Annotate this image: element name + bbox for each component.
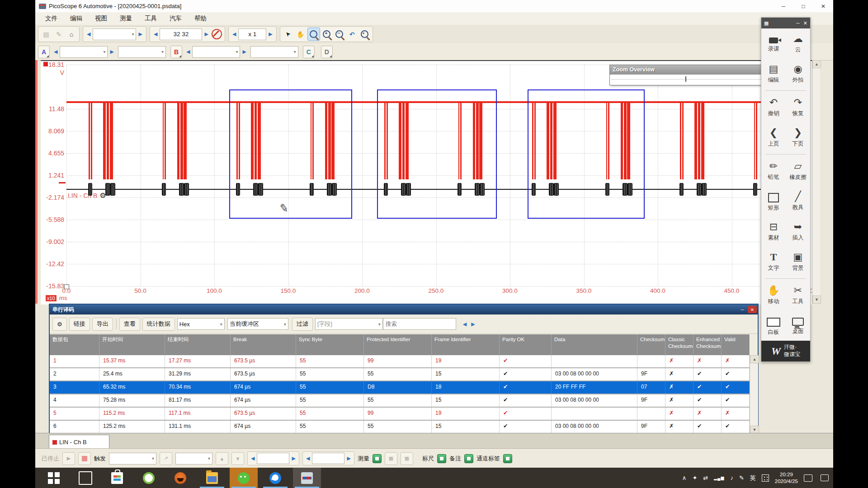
column-header[interactable]: Checksum [637, 334, 665, 355]
timebase-prev-icon[interactable]: ◀ [151, 31, 160, 37]
search-next-icon[interactable]: ▶ [469, 321, 477, 327]
palette-item-undo[interactable]: ↶撤销 [761, 92, 786, 122]
scroll-down-icon[interactable]: ▼ [812, 296, 821, 304]
channel-d-button[interactable]: D [321, 46, 333, 58]
scroll-up-icon[interactable]: ▲ [812, 60, 821, 68]
buffer-prev-icon[interactable]: ◀ [85, 31, 93, 37]
ime-icon[interactable] [762, 474, 769, 482]
open-file-button[interactable]: ▤ [40, 28, 52, 40]
table-row[interactable]: 5115.2 ms117.1 ms673.5 µs559919✔✗✗✗ [50, 408, 750, 421]
palette-item-drawer[interactable]: ⊟素材 [761, 216, 786, 247]
palette-item-eraser[interactable]: ▱橡皮擦 [786, 156, 810, 186]
channel-b-next-icon[interactable]: ▶ [240, 49, 248, 55]
undo-zoom-icon[interactable]: ↶ [346, 28, 358, 40]
column-header[interactable]: Frame Identifier [432, 334, 500, 355]
add-measure-icon[interactable] [373, 454, 382, 463]
palette-item-ruler[interactable]: ╱教具 [786, 186, 810, 216]
channel-a-coupling-select[interactable]: ▾ [118, 46, 166, 58]
palette-item-film[interactable]: ▤编辑 [761, 59, 786, 89]
taskbar-app-start[interactable] [40, 468, 68, 488]
palette-close-icon[interactable]: ✕ [803, 20, 807, 26]
column-header[interactable]: Enhanced Checksum [693, 334, 722, 355]
pen-icon[interactable]: ✎ [739, 474, 744, 481]
palette-minimize-icon[interactable]: ─ [796, 20, 800, 26]
run-button[interactable]: ▶ [62, 452, 75, 465]
touch-keyboard-icon[interactable] [804, 474, 812, 482]
table-row[interactable]: 475.28 ms81.17 ms674 µs555515✔03 00 08 0… [50, 394, 750, 408]
pan-hand-icon[interactable]: ✋ [295, 28, 307, 40]
spin-left-icon[interactable]: ◀ [304, 455, 312, 461]
channel-a-range-select[interactable]: ▾ [60, 46, 108, 58]
tray-expand-icon[interactable]: ∧ [682, 474, 687, 481]
menu-item-3[interactable]: 视图 [89, 12, 113, 25]
palette-item-redo[interactable]: ↷恢复 [786, 92, 810, 122]
pointer-tool-icon[interactable]: ➤ [282, 28, 294, 40]
delete-measure-icon[interactable]: ▦ [401, 452, 413, 465]
link-button[interactable]: 链接 [69, 318, 90, 331]
menu-item-4[interactable]: 测量 [113, 12, 138, 25]
zoom-in-icon[interactable]: + [321, 28, 333, 40]
column-header[interactable]: Sync Byte [296, 334, 364, 355]
table-scrollbar[interactable]: ▲ ▼ [750, 355, 758, 434]
decode-settings-button[interactable]: ⚙ [52, 318, 67, 331]
network-icon[interactable]: ▂▄▆ [714, 476, 724, 480]
stats-button[interactable]: 统计数据 [142, 318, 175, 331]
stopwatch-icon[interactable] [211, 28, 223, 40]
taskbar-app-wechat[interactable] [230, 468, 258, 488]
palette-item-whiteboard[interactable]: 白板 [761, 310, 786, 341]
ruler-icon[interactable] [437, 454, 446, 463]
menu-item-7[interactable]: 帮助 [188, 12, 213, 25]
column-header[interactable]: Protected Identifier [364, 334, 432, 355]
search-input[interactable] [383, 318, 456, 330]
taskbar-app-picoscope[interactable] [293, 468, 321, 488]
volume-icon[interactable]: ♪ [730, 474, 733, 481]
palette-item-text[interactable]: T文字 [761, 247, 786, 277]
palette-item-camera[interactable]: 录课 [761, 28, 786, 59]
taskbar-app-task-view[interactable] [71, 468, 99, 488]
palette-item-background[interactable]: ▣背景 [786, 247, 810, 277]
table-row[interactable]: 6125.2 ms131.1 ms674 µs555515✔03 00 08 0… [50, 421, 750, 434]
palette-item-cloud[interactable]: ☁云 [786, 28, 810, 59]
palette-item-insert[interactable]: ➥插入 [786, 216, 810, 247]
export-button[interactable]: 导出 [92, 318, 113, 331]
palette-item-hand[interactable]: ✋移动 [761, 280, 786, 310]
home-button[interactable]: ⌂ [66, 28, 77, 40]
taskbar-app-file-explorer[interactable] [198, 468, 226, 488]
trigger-edge-icon[interactable]: ↗ [160, 452, 172, 465]
zoom-factor-value[interactable]: x 1 [238, 28, 266, 40]
trigger-up-icon[interactable]: ▲ [216, 452, 228, 465]
channel-b-coupling-select[interactable]: ▾ [250, 46, 298, 58]
zoom-box-icon[interactable] [307, 28, 320, 41]
menu-item-6[interactable]: 汽车 [163, 12, 188, 25]
zoom-next-icon[interactable]: ▶ [266, 31, 274, 37]
serial-panel-titlebar[interactable]: 串行译码 ─ ✕ [50, 305, 758, 314]
trigger-mode-select[interactable]: ▾ [109, 453, 156, 465]
trigger-down-icon[interactable]: ▼ [231, 452, 244, 465]
column-header[interactable]: Parity OK [500, 334, 552, 355]
column-header[interactable]: 结束时间 [165, 334, 231, 355]
serial-close-icon[interactable]: ✕ [748, 306, 757, 313]
edit-measure-icon[interactable]: ▦ [385, 452, 397, 465]
table-row[interactable]: 365.32 ms70.34 ms674 µs55D818✔20 FF FF F… [50, 381, 750, 394]
palette-item-desktop[interactable]: 桌面 [786, 310, 810, 341]
buffer-next-icon[interactable]: ▶ [136, 31, 144, 37]
chart-scrollbar[interactable]: ▲ ▼ [812, 60, 820, 304]
column-header[interactable]: Valid [722, 334, 750, 355]
channel-a-button[interactable]: A [38, 46, 50, 58]
usb-icon[interactable]: ✦ [692, 474, 697, 481]
notes-icon[interactable] [464, 454, 473, 463]
pretrigger-spinner[interactable]: ◀▶ [247, 451, 299, 465]
zoom-window-icon[interactable]: ▪ [359, 28, 371, 40]
spin-right-icon[interactable]: ▶ [289, 455, 297, 461]
stop-button[interactable] [78, 452, 91, 465]
buffer-source-select[interactable]: 当前缓冲区▾ [227, 318, 288, 330]
scroll-up-icon[interactable]: ▲ [750, 355, 759, 363]
filter-button[interactable]: 过滤 [292, 318, 313, 331]
channel-c-button[interactable]: C [303, 46, 315, 58]
palette-item-webcam[interactable]: ◉外拍 [786, 59, 810, 89]
palette-item-rect[interactable]: 矩形 [761, 186, 786, 216]
palette-item-prev[interactable]: ❮上页 [761, 122, 786, 153]
format-select[interactable]: Hex▾ [177, 318, 225, 330]
search-prev-icon[interactable]: ◀ [461, 321, 469, 327]
column-header[interactable]: 开始时间 [99, 334, 165, 355]
